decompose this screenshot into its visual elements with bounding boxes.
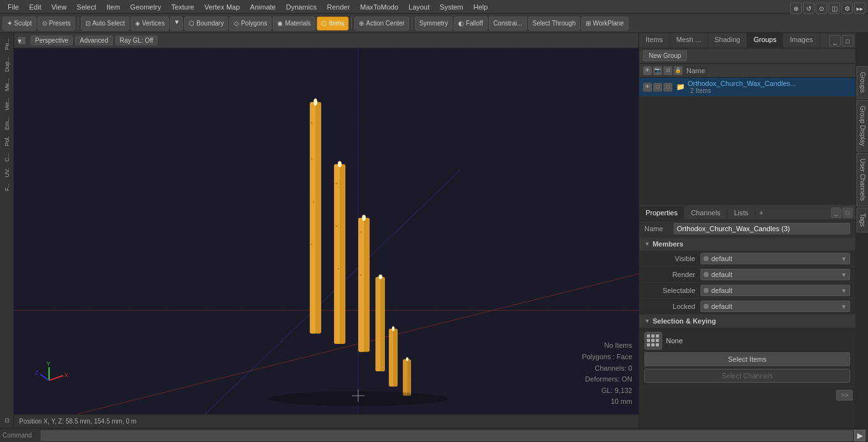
eye-col-icon[interactable]: 👁 (643, 66, 652, 75)
tab-items[interactable]: Items (639, 33, 670, 48)
command-bar: Command ▶ (0, 428, 868, 442)
action-center-button[interactable]: ⊕ Action Center (354, 17, 409, 31)
action-center-icon: ⊕ (359, 20, 364, 27)
sidebar-tab-c[interactable]: C... (3, 150, 11, 164)
render-dot (704, 272, 709, 277)
menu-select[interactable]: Select (71, 2, 101, 12)
group-render-icon[interactable]: □ (653, 83, 662, 92)
sidebar-tab-uv[interactable]: UV. (3, 166, 11, 180)
new-group-button[interactable]: New Group (643, 50, 687, 61)
visible-dropdown[interactable]: default ▼ (700, 253, 850, 264)
tab-mesh[interactable]: Mesh ... (670, 33, 708, 48)
sidebar-expand[interactable]: ⊡ (3, 415, 11, 425)
render-col-icon[interactable]: 📷 (653, 66, 662, 75)
panel-minimize-btn[interactable]: _ (829, 35, 841, 46)
command-input[interactable] (41, 431, 853, 441)
sidebar-tab-pe[interactable]: Pe... (3, 36, 11, 53)
boundary-button[interactable]: ⬡ Boundary (184, 17, 228, 31)
render-dropdown[interactable]: default ▼ (700, 269, 850, 280)
materials-button[interactable]: ◉ Materials (273, 17, 315, 31)
sel-keying-section-header[interactable]: ▼ Selection & Keying (639, 315, 855, 328)
constraints-button[interactable]: Constrai... (489, 17, 527, 31)
perspective-btn[interactable]: Perspective (31, 36, 73, 45)
svg-text:Z: Z (35, 369, 39, 376)
svg-rect-16 (336, 182, 337, 184)
command-exec-button[interactable]: ▶ (854, 430, 865, 441)
tab-lists[interactable]: Lists (728, 206, 756, 219)
tab-groups[interactable]: Groups (747, 33, 783, 48)
edge-tab-user-channels[interactable]: User Channels (857, 153, 868, 206)
sculpt-button[interactable]: ✦ Sculpt (3, 17, 36, 31)
locked-prop-row: Locked default ▼ (639, 299, 855, 315)
menu-system[interactable]: System (435, 2, 468, 12)
selectable-dropdown[interactable]: default ▼ (700, 285, 850, 296)
sidebar-tab-me[interactable]: Me... (3, 76, 11, 94)
vertices-dropdown[interactable]: ▼ (170, 17, 183, 31)
group-sel-icon[interactable]: □ (663, 83, 672, 92)
menu-render[interactable]: Render (322, 2, 355, 12)
menu-animate[interactable]: Animate (245, 2, 280, 12)
menu-edit[interactable]: Edit (24, 2, 47, 12)
name-prop-input[interactable] (674, 223, 850, 234)
polygons-button[interactable]: ◇ Polygons (229, 17, 271, 31)
viewport[interactable]: X Y Z No Items Polygons : Face Channels:… (14, 48, 639, 414)
prop-expand-btn[interactable]: □ (843, 208, 853, 218)
sidebar-tab-ver[interactable]: Ver... (3, 95, 11, 113)
auto-select-button[interactable]: ⊡ Auto Select (81, 17, 129, 31)
edge-tab-groups[interactable]: Groups (857, 66, 868, 99)
sidebar-tab-pol[interactable]: Pol. (3, 134, 11, 149)
workplane-button[interactable]: ⊞ WorkPlane (581, 17, 628, 31)
tab-images[interactable]: Images (783, 33, 820, 48)
select-items-button[interactable]: Select Items (644, 352, 850, 366)
tab-shading[interactable]: Shading (708, 33, 747, 48)
tab-properties[interactable]: Properties (639, 206, 684, 219)
menu-maxtomodo[interactable]: MaxToModo (355, 2, 403, 12)
menu-file[interactable]: File (3, 2, 24, 12)
lock-col-icon[interactable]: 🔒 (674, 66, 683, 75)
presets-button[interactable]: ⊙ Presets (38, 17, 75, 31)
locked-dropdown-arrow: ▼ (841, 303, 847, 310)
members-section-header[interactable]: ▼ Members (639, 238, 855, 251)
menu-dynamics[interactable]: Dynamics (281, 2, 322, 12)
menu-help[interactable]: Help (468, 2, 493, 12)
render-value: default (711, 271, 732, 278)
tab-add[interactable]: + (755, 206, 767, 219)
prop-minimize-btn[interactable]: _ (831, 208, 841, 218)
locked-dropdown[interactable]: default ▼ (700, 301, 850, 312)
menu-geometry[interactable]: Geometry (125, 2, 166, 12)
status-bar: Position X, Y, Z: 58.5 mm, 154.5 mm, 0 m (14, 414, 639, 428)
edge-tab-tags[interactable]: Tags (857, 208, 868, 232)
group-row-wax-candles[interactable]: 👁 □ □ 📁 Orthodox_Church_Wax_Candles... 2… (639, 78, 855, 97)
main-content: Pe... Dup... Me... Ver... Em... Pol. C..… (0, 33, 868, 428)
advanced-btn[interactable]: Advanced (75, 36, 112, 45)
items-button[interactable]: ⬡ Items (317, 17, 349, 31)
properties-expand-btn[interactable]: >> (836, 390, 853, 401)
sel-grid-icon[interactable] (644, 332, 662, 350)
svg-rect-7 (310, 102, 315, 334)
tab-channels[interactable]: Channels (684, 206, 727, 219)
falloff-button[interactable]: ◐ Falloff (454, 17, 488, 31)
symmetry-button[interactable]: Symmetry (415, 17, 452, 31)
polygons-info: Polygons : Face (582, 352, 632, 363)
panel-expand-btn[interactable]: □ (842, 35, 853, 46)
viewport-menu-btn[interactable]: ▾ (18, 37, 25, 45)
sidebar-tab-em[interactable]: Em... (3, 114, 11, 132)
select-channels-button[interactable]: Select Channels (644, 369, 850, 383)
menu-texture[interactable]: Texture (166, 2, 199, 12)
sidebar-tab-f[interactable]: F... (3, 181, 11, 194)
select-through-button[interactable]: Select Through (528, 17, 581, 31)
vertices-button[interactable]: ◈ Vertices (131, 17, 170, 31)
sel-col-icon[interactable]: ⊙ (663, 66, 672, 75)
svg-rect-18 (338, 267, 339, 269)
none-row: None (644, 332, 850, 350)
menu-layout[interactable]: Layout (403, 2, 435, 12)
svg-text:Y: Y (47, 361, 50, 367)
group-eye-icon[interactable]: 👁 (643, 83, 652, 92)
edge-tab-group-display[interactable]: Group Display (857, 100, 868, 152)
sidebar-tab-dup[interactable]: Dup... (3, 54, 11, 75)
menu-vertex-map[interactable]: Vertex Map (199, 2, 245, 12)
visible-label: Visible (644, 255, 695, 262)
menu-item[interactable]: Item (101, 2, 125, 12)
menu-view[interactable]: View (47, 2, 72, 12)
ray-gl-btn[interactable]: Ray GL: Off (115, 36, 158, 45)
